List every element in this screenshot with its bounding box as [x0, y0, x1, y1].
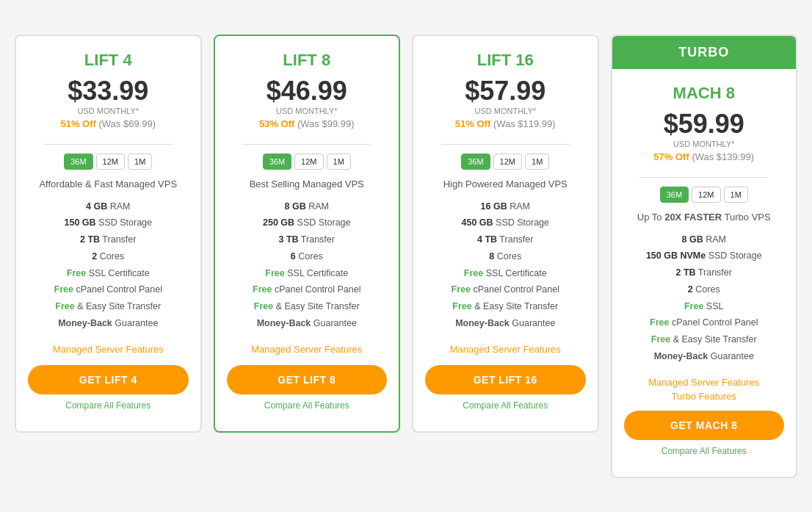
feature-item: 4 TB Transfer: [425, 233, 586, 247]
period-buttons: 36M12M1M: [461, 154, 549, 170]
plan-name: MACH 8: [673, 84, 735, 103]
plan-features: 4 GB RAM150 GB SSD Storage2 TB Transfer2…: [28, 200, 189, 333]
plan-card-lift16: LIFT 16$57.99USD MONTHLY*51% Off (Was $1…: [412, 35, 599, 433]
divider: [242, 144, 371, 145]
feature-item: Free SSL Certificate: [425, 267, 586, 281]
period-btn-36m[interactable]: 36M: [660, 187, 689, 203]
plan-price: $33.99: [68, 76, 148, 107]
feature-item: Money-Back Guarantee: [425, 317, 586, 331]
plan-card-lift4: LIFT 4$33.99USD MONTHLY*51% Off (Was $69…: [15, 35, 202, 433]
managed-server-features-link[interactable]: Managed Server Features: [648, 377, 759, 388]
plan-features: 8 GB RAM150 GB NVMe SSD Storage2 TB Tran…: [624, 233, 785, 367]
plan-name: LIFT 16: [477, 51, 534, 70]
managed-server-features-link[interactable]: Managed Server Features: [53, 344, 164, 355]
period-btn-36m[interactable]: 36M: [461, 154, 490, 170]
period-buttons: 36M12M1M: [64, 154, 152, 170]
period-btn-1m[interactable]: 1M: [525, 154, 549, 170]
period-btn-12m[interactable]: 12M: [493, 154, 522, 170]
plan-billing: USD MONTHLY*: [77, 107, 139, 115]
feature-item: 2 TB Transfer: [624, 266, 785, 280]
feature-item: Free & Easy Site Transfer: [227, 300, 388, 314]
feature-item: Free & Easy Site Transfer: [28, 300, 189, 314]
feature-item: Free cPanel Control Panel: [227, 283, 388, 297]
period-btn-12m[interactable]: 12M: [692, 187, 720, 203]
period-btn-36m[interactable]: 36M: [64, 154, 93, 170]
plan-discount: 53% Off (Was $99.99): [259, 118, 355, 129]
feature-item: Free SSL Certificate: [28, 267, 189, 281]
feature-item: Money-Back Guarantee: [227, 317, 388, 331]
feature-item: 16 GB RAM: [425, 200, 586, 214]
plan-tagline: Affordable & Fast Managed VPS: [39, 179, 177, 190]
feature-item: 4 GB RAM: [28, 200, 189, 214]
compare-all-features-link[interactable]: Compare All Features: [463, 400, 548, 411]
feature-item: 3 TB Transfer: [227, 233, 388, 247]
get-plan-button[interactable]: GET LIFT 4: [28, 365, 189, 394]
feature-item: Free & Easy Site Transfer: [624, 333, 785, 347]
plan-body-mach8: MACH 8$59.99USD MONTHLY*57% Off (Was $13…: [612, 69, 797, 477]
feature-item: 6 Cores: [227, 250, 388, 264]
plan-discount: 51% Off (Was $69.99): [60, 118, 156, 129]
period-btn-1m[interactable]: 1M: [724, 187, 748, 203]
plan-price: $59.99: [664, 109, 744, 140]
feature-item: 8 GB RAM: [624, 233, 785, 247]
feature-item: 2 Cores: [624, 283, 785, 297]
get-plan-button[interactable]: GET LIFT 8: [227, 365, 388, 394]
compare-all-features-link[interactable]: Compare All Features: [264, 400, 349, 411]
plan-features: 16 GB RAM450 GB SSD Storage4 TB Transfer…: [425, 200, 586, 333]
divider: [441, 144, 570, 145]
plan-name: LIFT 4: [84, 51, 132, 70]
feature-item: 8 GB RAM: [227, 200, 388, 214]
plan-tagline: Up To 20X FASTER Turbo VPS: [637, 212, 771, 223]
managed-server-features-link[interactable]: Managed Server Features: [251, 344, 362, 355]
period-btn-12m[interactable]: 12M: [96, 154, 125, 170]
period-btn-1m[interactable]: 1M: [327, 154, 351, 170]
plan-card-mach8: TURBOMACH 8$59.99USD MONTHLY*57% Off (Wa…: [611, 35, 798, 478]
pricing-container: LIFT 4$33.99USD MONTHLY*51% Off (Was $69…: [15, 35, 797, 478]
feature-item: Free cPanel Control Panel: [624, 316, 785, 330]
plan-discount: 57% Off (Was $139.99): [653, 151, 754, 162]
plan-name: LIFT 8: [283, 51, 330, 70]
managed-server-features-link[interactable]: Managed Server Features: [450, 344, 561, 355]
plan-discount: 51% Off (Was $119.99): [455, 118, 556, 129]
feature-item: 2 Cores: [28, 250, 189, 264]
period-buttons: 36M12M1M: [263, 154, 351, 170]
get-plan-button[interactable]: GET MACH 8: [624, 411, 785, 440]
plan-body-lift8: LIFT 8$46.99USD MONTHLY*53% Off (Was $99…: [215, 36, 399, 431]
feature-item: Money-Back Guarantee: [28, 317, 189, 331]
plan-body-lift4: LIFT 4$33.99USD MONTHLY*51% Off (Was $69…: [16, 36, 200, 431]
plan-tagline: Best Selling Managed VPS: [250, 179, 364, 190]
period-btn-12m[interactable]: 12M: [294, 154, 323, 170]
plan-billing: USD MONTHLY*: [276, 107, 338, 115]
feature-item: Free cPanel Control Panel: [28, 283, 189, 297]
turbo-features-link[interactable]: Turbo Features: [672, 391, 736, 402]
feature-item: Free SSL: [624, 300, 785, 314]
get-plan-button[interactable]: GET LIFT 16: [425, 365, 586, 394]
compare-all-features-link[interactable]: Compare All Features: [661, 446, 747, 456]
plan-tagline: High Powered Managed VPS: [443, 179, 568, 190]
plan-price: $46.99: [267, 76, 347, 107]
period-buttons: 36M12M1M: [660, 187, 748, 203]
period-btn-36m[interactable]: 36M: [263, 154, 291, 170]
feature-item: 150 GB SSD Storage: [28, 216, 189, 230]
divider: [44, 144, 173, 145]
feature-item: Free cPanel Control Panel: [425, 283, 586, 297]
turbo-header: TURBO: [612, 36, 797, 69]
feature-item: Free & Easy Site Transfer: [425, 300, 586, 314]
plan-billing: USD MONTHLY*: [474, 107, 536, 115]
feature-item: Money-Back Guarantee: [624, 350, 785, 364]
feature-item: 150 GB NVMe SSD Storage: [624, 249, 785, 263]
plan-body-lift16: LIFT 16$57.99USD MONTHLY*51% Off (Was $1…: [413, 36, 598, 431]
feature-item: Free SSL Certificate: [227, 267, 388, 281]
plan-price: $57.99: [465, 76, 545, 107]
feature-item: 450 GB SSD Storage: [425, 216, 586, 230]
feature-item: 250 GB SSD Storage: [227, 216, 388, 230]
feature-item: 8 Cores: [425, 250, 586, 264]
divider: [639, 177, 768, 178]
plan-card-lift8: LIFT 8$46.99USD MONTHLY*53% Off (Was $99…: [214, 35, 401, 433]
plan-billing: USD MONTHLY*: [673, 140, 735, 148]
period-btn-1m[interactable]: 1M: [128, 154, 152, 170]
feature-item: 2 TB Transfer: [28, 233, 189, 247]
plan-features: 8 GB RAM250 GB SSD Storage3 TB Transfer6…: [227, 200, 388, 333]
compare-all-features-link[interactable]: Compare All Features: [65, 400, 151, 411]
